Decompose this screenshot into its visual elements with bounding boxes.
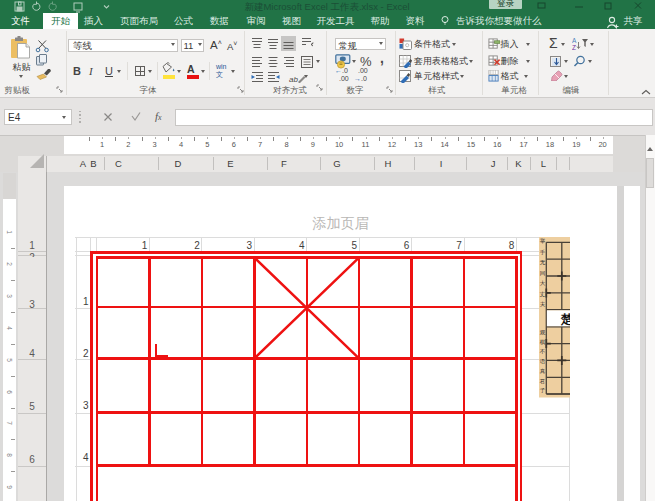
svg-text:棋: 棋 [539, 339, 545, 345]
svg-text:语: 语 [539, 358, 546, 365]
svg-text:楚: 楚 [560, 312, 571, 326]
svg-text:观: 观 [539, 329, 545, 336]
svg-text:举: 举 [539, 238, 545, 244]
svg-text:子: 子 [539, 387, 545, 394]
svg-text:ab: ab [289, 75, 298, 83]
svg-text:真: 真 [539, 368, 545, 374]
svg-text:夫: 夫 [539, 301, 545, 307]
svg-text:手: 手 [539, 249, 545, 255]
svg-text:不: 不 [539, 348, 545, 354]
svg-text:Z: Z [572, 44, 576, 51]
svg-text:无: 无 [539, 259, 545, 266]
svg-text:君: 君 [539, 378, 546, 385]
svg-text:大: 大 [539, 280, 545, 286]
svg-text:丈: 丈 [539, 291, 545, 298]
svg-text:A: A [572, 37, 577, 44]
svg-text:回: 回 [539, 270, 545, 276]
